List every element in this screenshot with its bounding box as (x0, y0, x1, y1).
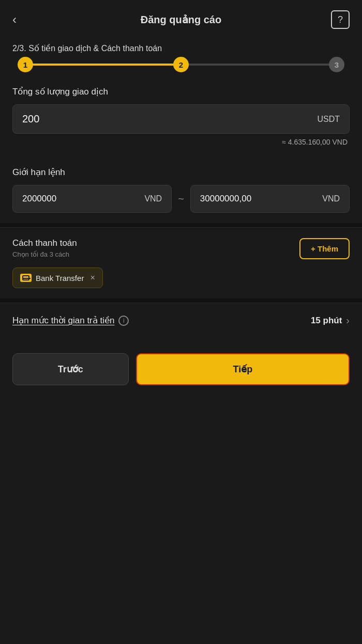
step-section: 2/3. Số tiền giao dịch & Cách thanh toán… (0, 37, 362, 76)
payment-subtitle: Chọn tối đa 3 cách (12, 250, 77, 258)
payment-title: Cách thanh toán (12, 238, 77, 248)
range-min-input-box[interactable]: VND (12, 185, 172, 213)
back-button[interactable]: ‹ (12, 12, 31, 27)
transaction-amount-suffix: USDT (317, 115, 340, 124)
step-track-container: 1 2 3 (12, 64, 350, 66)
range-max-suffix: VND (322, 194, 340, 203)
page-title: Đăng quảng cáo (31, 13, 331, 26)
divider-2 (0, 299, 362, 303)
step-label: 2/3. Số tiền giao dịch & Cách thanh toán (12, 43, 350, 53)
header: ‹ Đăng quảng cáo ? (0, 0, 362, 37)
transaction-amount-input-box[interactable]: USDT (12, 104, 350, 134)
next-button[interactable]: Tiếp (136, 353, 350, 385)
time-limit-label: Hạn mức thời gian trả tiền (12, 315, 114, 326)
back-button-bottom[interactable]: Trước (12, 353, 129, 385)
step-dot-1: 1 (18, 57, 33, 72)
step-dot-3: 3 (329, 57, 344, 72)
bank-icon-inner (22, 275, 29, 280)
bank-transfer-tag[interactable]: Bank Transfer × (12, 268, 103, 288)
transaction-amount-section: Tổng số lượng giao dịch USDT ≈ 4.635.160… (0, 76, 362, 156)
time-limit-left: Hạn mức thời gian trả tiền i (12, 315, 129, 326)
step-dot-2: 2 (173, 57, 189, 72)
range-separator: ~ (178, 193, 184, 205)
divider-1 (0, 223, 362, 227)
time-limit-right: 15 phút › (311, 315, 350, 326)
payment-title-group: Cách thanh toán Chọn tối đa 3 cách (12, 238, 77, 258)
add-payment-button[interactable]: + Thêm (299, 238, 350, 259)
bank-icon-stripe (23, 278, 31, 279)
order-limit-section: Giới hạn lệnh VND ~ VND (0, 156, 362, 223)
info-icon: i (118, 316, 129, 326)
bank-icon (20, 274, 32, 282)
transaction-amount-label: Tổng số lượng giao dịch (12, 86, 350, 97)
remove-bank-transfer-button[interactable]: × (90, 273, 95, 282)
payment-section: Cách thanh toán Chọn tối đa 3 cách + Thê… (0, 227, 362, 299)
time-limit-value: 15 phút (311, 316, 342, 326)
payment-header: Cách thanh toán Chọn tối đa 3 cách + Thê… (12, 238, 350, 259)
transaction-amount-input[interactable] (22, 113, 317, 125)
payment-tags: Bank Transfer × (12, 268, 350, 288)
approx-value: ≈ 4.635.160,00 VND (12, 138, 350, 146)
help-button[interactable]: ? (331, 10, 350, 29)
range-row: VND ~ VND (12, 185, 350, 213)
step-dots: 1 2 3 (18, 57, 344, 72)
order-limit-label: Giới hạn lệnh (12, 167, 350, 178)
chevron-right-icon: › (346, 315, 350, 326)
range-min-input[interactable] (22, 194, 144, 204)
bank-transfer-label: Bank Transfer (36, 274, 84, 282)
bottom-buttons: Trước Tiếp (0, 343, 362, 401)
range-max-input-box[interactable]: VND (190, 185, 350, 213)
time-limit-row[interactable]: Hạn mức thời gian trả tiền i 15 phút › (0, 303, 362, 338)
range-min-suffix: VND (144, 194, 162, 203)
range-max-input[interactable] (200, 194, 322, 204)
